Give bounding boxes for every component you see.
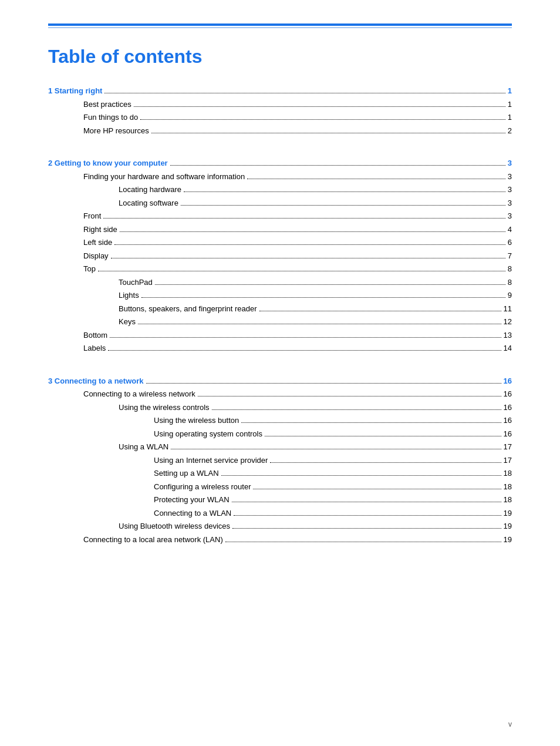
toc-page-number: 19	[504, 534, 512, 546]
toc-entry: Best practices1	[48, 99, 512, 110]
toc-page-number: 3	[508, 171, 512, 183]
toc-dots	[146, 383, 501, 384]
toc-page-number: 3	[508, 197, 512, 209]
toc-dots	[134, 106, 505, 107]
toc-label: Top	[83, 263, 96, 275]
toc-label: Using an Internet service provider	[154, 455, 268, 466]
toc-entry: Lights9	[48, 290, 512, 301]
toc-dots	[111, 258, 505, 258]
toc-label: Configuring a wireless router	[154, 481, 251, 493]
toc-label: Setting up a WLAN	[154, 468, 219, 479]
toc-label: Lights	[119, 290, 139, 301]
toc-label: 1 Starting right	[48, 85, 102, 97]
toc-label: Labels	[83, 342, 106, 354]
toc-dots	[265, 436, 501, 436]
toc-dots	[170, 165, 505, 166]
top-border-blue	[48, 23, 512, 26]
toc-label: Locating software	[119, 197, 178, 209]
toc-dots	[110, 337, 501, 338]
toc-page-number: 9	[508, 290, 512, 301]
top-border-light	[48, 27, 512, 28]
toc-label: Using the wireless controls	[119, 402, 210, 414]
toc-page-number: 16	[504, 375, 512, 387]
toc-entry: Finding your hardware and software infor…	[48, 171, 512, 183]
toc-entry: Setting up a WLAN18	[48, 468, 512, 479]
toc-label: Protecting your WLAN	[154, 494, 230, 506]
toc-entry: Using operating system controls16	[48, 428, 512, 440]
toc-page-number: 18	[504, 481, 512, 493]
toc-page-number: 8	[508, 263, 512, 275]
toc-label: Bottom	[83, 330, 107, 341]
toc-entry: Buttons, speakers, and fingerprint reade…	[48, 303, 512, 315]
toc-dots	[270, 462, 501, 463]
toc-entry: Labels14	[48, 342, 512, 354]
toc-label: Buttons, speakers, and fingerprint reade…	[119, 303, 257, 315]
toc-page-number: 7	[508, 250, 512, 262]
toc-dots	[212, 409, 501, 410]
toc-page-number: 3	[508, 184, 512, 196]
toc-dots	[171, 449, 501, 449]
toc-entry: Locating software3	[48, 197, 512, 209]
toc-page-number: 18	[504, 468, 512, 479]
toc-label: Connecting to a WLAN	[154, 508, 231, 519]
toc-page-number: 1	[508, 99, 512, 110]
toc-page-number: 16	[504, 388, 512, 400]
toc-label: 3 Connecting to a network	[48, 375, 144, 387]
toc-dots	[181, 205, 505, 206]
toc-entry: Top8	[48, 263, 512, 275]
toc-dots	[114, 244, 505, 245]
toc-dots	[234, 515, 501, 516]
toc-entry: TouchPad8	[48, 277, 512, 288]
toc-dots	[140, 119, 505, 120]
toc-label: Connecting to a local area network (LAN)	[83, 534, 223, 546]
toc-dots	[241, 422, 501, 423]
toc-entry: Left side6	[48, 237, 512, 248]
toc-entry: Locating hardware3	[48, 184, 512, 196]
toc-label: Front	[83, 210, 101, 222]
toc-page-number: 11	[504, 303, 512, 315]
toc-entry: Configuring a wireless router18	[48, 481, 512, 493]
toc-label: Using Bluetooth wireless devices	[119, 520, 230, 532]
toc-label: Fun things to do	[83, 112, 138, 123]
toc-entry: Display7	[48, 250, 512, 262]
toc-entry: Fun things to do1	[48, 112, 512, 123]
toc-dots	[221, 475, 501, 476]
toc-entry: Protecting your WLAN18	[48, 494, 512, 506]
toc-dots	[120, 231, 505, 232]
toc-entry: Using the wireless button16	[48, 415, 512, 426]
toc-page-number: 1	[508, 85, 512, 97]
toc-section-2: 2 Getting to know your computer3Finding …	[48, 157, 512, 354]
toc-page-number: 2	[508, 125, 512, 137]
toc-dots	[198, 396, 501, 396]
toc-section-3: 3 Connecting to a network16Connecting to…	[48, 375, 512, 546]
toc-page-number: 3	[508, 210, 512, 222]
toc-label: More HP resources	[83, 125, 149, 137]
toc-entry: Bottom13	[48, 330, 512, 341]
toc-dots	[103, 218, 505, 219]
toc-entry: 2 Getting to know your computer3	[48, 157, 512, 169]
page-title: Table of contents	[48, 46, 512, 68]
toc-dots	[247, 179, 505, 179]
toc-dots	[253, 489, 501, 489]
toc-page-number: 13	[504, 330, 512, 341]
toc-dots	[259, 311, 501, 311]
chapter-gap	[48, 365, 512, 375]
toc-label: Using operating system controls	[154, 428, 262, 440]
toc-dots	[151, 133, 505, 133]
toc-entry: Front3	[48, 210, 512, 222]
toc-entry: Keys12	[48, 316, 512, 328]
toc-label: Connecting to a wireless network	[83, 388, 195, 400]
toc-label: Using the wireless button	[154, 415, 239, 426]
toc-dots	[98, 271, 505, 271]
toc-label: Right side	[83, 224, 117, 236]
toc-page-number: 3	[508, 157, 512, 169]
toc-page-number: 12	[504, 316, 512, 328]
toc-label: 2 Getting to know your computer	[48, 157, 168, 169]
toc-page-number: 17	[504, 441, 512, 453]
toc-page-number: 16	[504, 428, 512, 440]
toc-dots	[225, 542, 501, 542]
toc-container: 1 Starting right1Best practices1Fun thin…	[48, 85, 512, 545]
toc-dots	[104, 93, 505, 93]
toc-entry: Using an Internet service provider17	[48, 455, 512, 466]
toc-page-number: 16	[504, 402, 512, 414]
